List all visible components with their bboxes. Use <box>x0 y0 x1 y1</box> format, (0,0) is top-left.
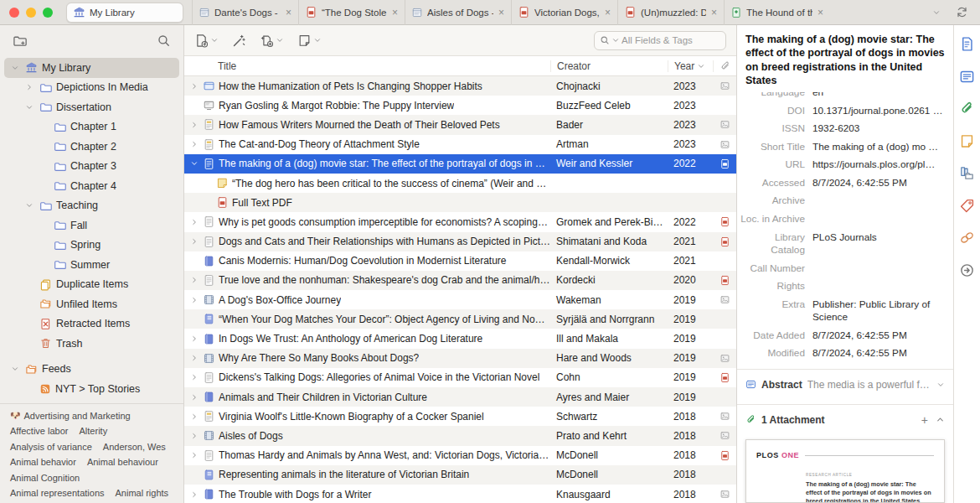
item-row[interactable]: In Dogs We Trust: An Anthology of Americ… <box>184 329 736 348</box>
chevron-right-icon[interactable] <box>188 237 199 246</box>
sidebar-item-trash[interactable]: Trash <box>4 334 179 354</box>
item-row[interactable]: The Cat-and-Dog Theory of Attachment Sty… <box>184 135 736 154</box>
sidebar-item-teaching[interactable]: Teaching <box>4 196 179 216</box>
tag-affective-labor[interactable]: Affective labor <box>10 426 69 436</box>
chevron-right-icon[interactable] <box>23 83 35 91</box>
item-row[interactable]: The making of a (dog) movie star: The ef… <box>184 154 736 174</box>
chevron-right-icon[interactable] <box>188 121 199 129</box>
tab-list-chevron-icon[interactable] <box>932 8 941 17</box>
item-row[interactable]: Virginia Woolf's Little-Known Biography … <box>184 407 736 426</box>
item-row[interactable]: Canis Modernis: Human/Dog Coevolution in… <box>184 252 736 271</box>
notes-icon[interactable] <box>959 133 975 149</box>
sidebar-item-fall[interactable]: Fall <box>4 215 179 236</box>
tags-icon[interactable] <box>959 198 975 214</box>
new-collection-icon[interactable] <box>13 34 27 48</box>
field-value[interactable]: 1932-6203 <box>812 122 948 136</box>
item-row[interactable]: Ryan Gosling & Margot Robbie: The Puppy … <box>184 96 736 115</box>
field-value[interactable]: The making of a (dog) mo … <box>812 141 948 154</box>
tab-un-muzzled-dogs[interactable]: (Un)muzzled: Dogs× <box>617 0 724 25</box>
tag-animal-behavior[interactable]: Animal behavior <box>10 457 76 467</box>
item-row[interactable]: True love and the nonhuman: Shakespeare'… <box>184 271 736 290</box>
chevron-right-icon[interactable] <box>188 334 199 343</box>
tag-animal-behaviour[interactable]: Animal behaviour <box>87 457 158 467</box>
add-attachment-button[interactable]: + <box>921 413 928 427</box>
item-row[interactable]: A Dog's Box-Office JourneyWakeman2019 <box>184 290 736 309</box>
tab-close-icon[interactable]: × <box>285 7 292 18</box>
item-row[interactable]: How Famous Writers Mourned the Death of … <box>184 115 736 134</box>
search-input[interactable] <box>622 35 720 45</box>
tag-animal-cognition[interactable]: Animal Cognition <box>10 473 80 483</box>
abstract-icon[interactable] <box>959 69 975 85</box>
tab-close-icon[interactable]: × <box>817 7 824 18</box>
chevron-right-icon[interactable] <box>188 82 199 91</box>
add-by-identifier-button[interactable] <box>232 34 246 48</box>
new-attachment-button[interactable] <box>260 34 284 48</box>
tag-analysis-of-variance[interactable]: Analysis of variance <box>10 442 92 452</box>
sidebar-item-depictions-in-media[interactable]: Depictions In Media <box>4 78 179 98</box>
tab-dante-s-dogs-man[interactable]: Dante's Dogs - Man× <box>192 0 298 25</box>
chevron-right-icon[interactable] <box>188 354 199 362</box>
item-row[interactable]: Animals and Their Children in Victorian … <box>184 387 736 407</box>
item-row[interactable]: “When Your Dog Matches Your Decor”: Obje… <box>184 309 736 329</box>
quick-search[interactable] <box>594 31 726 50</box>
sidebar-item-summer[interactable]: Summer <box>4 255 179 275</box>
sync-icon[interactable] <box>956 6 968 18</box>
tag-alterity[interactable]: Alterity <box>80 426 108 436</box>
chevron-right-icon[interactable] <box>188 432 199 440</box>
chevron-right-icon[interactable] <box>188 296 199 304</box>
chevron-down-icon[interactable] <box>9 365 21 373</box>
attachments-section-header[interactable]: 1 Attachment + <box>737 404 953 433</box>
tag-animal-rights[interactable]: Animal rights <box>116 488 169 498</box>
item-row[interactable]: The Trouble with Dogs for a WriterKnausg… <box>184 485 736 503</box>
item-row[interactable]: Aisles of DogsPrato and Kehrt2018 <box>184 426 736 445</box>
sidebar-item-spring[interactable]: Spring <box>4 236 179 256</box>
sidebar-item-unfiled-items[interactable]: Unfiled Items <box>4 294 179 314</box>
new-item-button[interactable] <box>194 34 219 48</box>
tab-the-dog-stole-the[interactable]: “The Dog Stole the× <box>298 0 405 25</box>
sidebar-item-dissertation[interactable]: Dissertation <box>4 97 179 117</box>
locate-icon[interactable] <box>959 262 975 278</box>
info-icon[interactable] <box>959 36 975 52</box>
chevron-right-icon[interactable] <box>188 373 199 381</box>
tab-aisles-of-dogs-pra[interactable]: Aisles of Dogs - Pra× <box>405 0 511 25</box>
item-row[interactable]: “The dog hero has been critical to the s… <box>184 174 736 193</box>
sidebar-item-chapter-3[interactable]: Chapter 3 <box>4 157 179 177</box>
column-header-creator[interactable]: Creator <box>550 60 668 72</box>
close-window-button[interactable] <box>9 8 19 18</box>
abstract-section[interactable]: Abstract The media is a powerful forc… <box>737 369 953 398</box>
chevron-down-icon[interactable] <box>936 381 945 389</box>
field-value[interactable]: 8/7/2024, 6:42:55 PM <box>812 347 948 360</box>
chevron-right-icon[interactable] <box>188 276 199 284</box>
chevron-right-icon[interactable] <box>188 140 199 148</box>
item-row[interactable]: How the Humanization of Pets Is Changing… <box>184 76 736 96</box>
tab-victorian-dogs-vict[interactable]: Victorian Dogs, Vict× <box>511 0 617 25</box>
tab-close-icon[interactable]: × <box>391 7 399 18</box>
chevron-up-icon[interactable] <box>936 415 945 424</box>
chevron-down-icon[interactable] <box>188 159 199 168</box>
libraries-icon[interactable] <box>959 165 975 181</box>
chevron-down-icon[interactable] <box>23 103 35 111</box>
column-header-attachment[interactable] <box>713 60 736 72</box>
tag-anderson-wes[interactable]: Anderson, Wes <box>103 442 166 452</box>
tag-advertising-and-marketing[interactable]: 🐶Advertising and Marketing <box>10 411 131 421</box>
tab-my-library[interactable]: My Library <box>66 3 183 23</box>
item-row[interactable]: Why Are There So Many Books About Dogs?H… <box>184 349 736 368</box>
field-value[interactable]: Publisher: Public Library of Science <box>812 298 948 324</box>
chevron-down-icon[interactable] <box>9 64 21 72</box>
tab-close-icon[interactable]: × <box>604 7 611 18</box>
minimize-window-button[interactable] <box>26 8 36 18</box>
tab-the-hound-of-the-b[interactable]: The Hound of the B× <box>724 0 830 25</box>
attachments-icon[interactable] <box>959 101 975 117</box>
tab-close-icon[interactable]: × <box>498 7 505 18</box>
sidebar-item-chapter-2[interactable]: Chapter 2 <box>4 137 179 157</box>
chevron-down-icon[interactable] <box>23 201 35 210</box>
chevron-right-icon[interactable] <box>188 393 199 402</box>
column-header-year[interactable]: Year <box>668 60 713 72</box>
sidebar-item-my-library[interactable]: My Library <box>4 58 179 78</box>
chevron-right-icon[interactable] <box>188 451 199 459</box>
field-value[interactable]: PLoS Journals <box>812 231 948 245</box>
sidebar-item-duplicate-items[interactable]: Duplicate Items <box>4 275 179 295</box>
item-row[interactable]: Dogs and Cats and Their Relationships wi… <box>184 232 736 252</box>
zoom-window-button[interactable] <box>43 8 53 18</box>
item-row[interactable]: Representing animals in the literature o… <box>184 465 736 485</box>
